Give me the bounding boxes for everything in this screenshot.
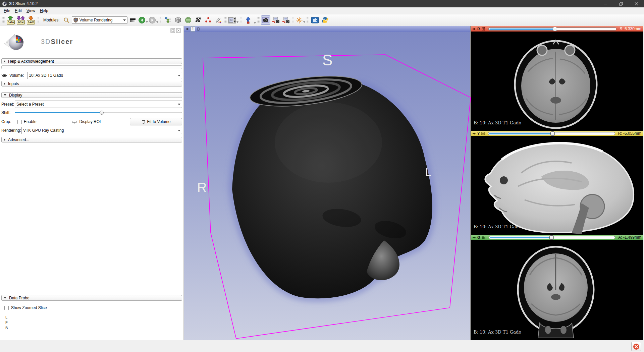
toolbar-drag-handle[interactable]: [240, 16, 242, 24]
extensions-icon: [311, 16, 319, 24]
yellow-slice-viewport[interactable]: B: 10: Ax 3D T1 Gado: [471, 136, 643, 235]
minimize-button[interactable]: [598, 0, 613, 7]
modules-label: Modules:: [43, 18, 60, 22]
shift-slider[interactable]: [15, 110, 182, 115]
display-roi-eye-icon[interactable]: [72, 120, 77, 124]
view-3d-number: 1: [191, 26, 195, 32]
python-console-button[interactable]: [320, 15, 330, 25]
shift-slider-handle[interactable]: [100, 111, 104, 115]
pin-icon[interactable]: [472, 132, 476, 135]
annotations-pen-icon: [215, 17, 222, 23]
fit-to-volume-icon: [141, 120, 146, 124]
preset-label: Preset:: [1, 102, 15, 107]
extensions-manager-button[interactable]: [310, 15, 320, 25]
help-acknowledgement-section[interactable]: Help & Acknowledgement: [1, 58, 182, 64]
load-dicom-icon: DCM: [16, 16, 25, 25]
red-slice-viewport[interactable]: B: 10: Ax 3D T1 Gado: [471, 32, 643, 131]
slicer-wordmark: 3DSlicer: [41, 38, 73, 46]
display-section[interactable]: Display: [1, 92, 182, 98]
menu-help[interactable]: Help: [38, 8, 51, 14]
scene-view-icon: [272, 17, 280, 23]
slice-link-icon[interactable]: [482, 235, 486, 239]
preset-selector[interactable]: Select a Preset: [15, 101, 182, 108]
green-slice-slider[interactable]: [489, 235, 615, 240]
redo-icon: [149, 16, 156, 24]
green-slice-viewport[interactable]: B: 10: Ax 3D T1 Gado: [471, 240, 643, 340]
mouse-interaction-button[interactable]: [244, 15, 253, 25]
transforms-module-button[interactable]: [194, 15, 203, 25]
undo-button[interactable]: [138, 15, 148, 25]
error-log-button[interactable]: [631, 342, 641, 351]
pin-icon[interactable]: [472, 27, 476, 31]
menu-file[interactable]: File: [1, 8, 12, 14]
module-selector[interactable]: Volume Rendering: [72, 16, 127, 24]
fit-to-volume-button[interactable]: Fit to Volume: [130, 118, 182, 125]
toolbar-drag-handle[interactable]: [307, 16, 309, 24]
yellow-slice-slider[interactable]: [488, 131, 615, 136]
slice-link-icon[interactable]: [481, 27, 485, 31]
pin-icon[interactable]: [185, 27, 189, 31]
advanced-section[interactable]: Advanced...: [1, 137, 182, 142]
chevron-down-icon: [178, 75, 180, 76]
module-search-button[interactable]: [62, 15, 71, 25]
toolbar-drag-handle[interactable]: [292, 16, 294, 24]
rendering-selector[interactable]: VTK GPU Ray Casting: [21, 127, 182, 134]
axial-mri-image: [471, 32, 643, 131]
subject-hierarchy-button[interactable]: [163, 15, 173, 25]
view-3d[interactable]: 1: [184, 26, 471, 340]
green-slice-slider-handle[interactable]: [549, 235, 554, 240]
close-button[interactable]: [629, 0, 644, 7]
window-level-button[interactable]: [128, 15, 138, 25]
scene-view-button[interactable]: [271, 15, 280, 25]
slice-link-icon[interactable]: [481, 131, 485, 135]
toolbar-drag-handle[interactable]: [160, 16, 162, 24]
redo-button[interactable]: [149, 15, 158, 25]
sagittal-mri-image: [471, 136, 643, 235]
chevron-down-icon: [178, 130, 180, 131]
save-icon: SAVE: [26, 16, 35, 25]
collapsed-arrow-icon: [4, 82, 5, 85]
models-sphere-icon: [185, 17, 192, 23]
yellow-slice-slider-handle[interactable]: [550, 131, 555, 136]
spin-view-icon[interactable]: [197, 27, 201, 31]
menu-edit[interactable]: Edit: [12, 8, 24, 14]
python-icon: [321, 16, 329, 24]
red-slice-slider-handle[interactable]: [553, 27, 557, 31]
show-zoomed-slice-label: Show Zoomed Slice: [11, 305, 47, 310]
module-selected-label: Volume Rendering: [79, 18, 113, 22]
save-button[interactable]: SAVE: [26, 15, 36, 25]
data-probe-section[interactable]: Data Probe: [1, 295, 182, 301]
markups-module-button[interactable]: [204, 15, 213, 25]
load-dicom-button[interactable]: DCM: [16, 15, 25, 25]
preset-selected-value: Select a Preset: [16, 102, 44, 107]
volume-visibility-eye-icon[interactable]: [1, 73, 7, 78]
screenshot-icon: [262, 17, 269, 23]
load-data-button[interactable]: DATA: [6, 15, 15, 25]
show-zoomed-slice-checkbox[interactable]: [4, 306, 9, 310]
volumes-module-button[interactable]: [173, 15, 183, 25]
green-slice-header: G A: -1.499mm: [471, 235, 643, 240]
restore-scene-view-button[interactable]: [281, 15, 290, 25]
crop-enable-label: Enable: [24, 119, 36, 124]
annotations-module-button[interactable]: [214, 15, 223, 25]
toolbar-drag-handle[interactable]: [224, 16, 227, 24]
chevron-down-icon[interactable]: [254, 22, 256, 24]
inputs-section[interactable]: Inputs: [1, 81, 182, 86]
maximize-button[interactable]: [613, 0, 629, 7]
crosshair-button[interactable]: [296, 15, 305, 25]
toolbar-drag-handle[interactable]: [37, 16, 39, 24]
layout-selector-button[interactable]: [228, 15, 238, 25]
crop-enable-checkbox[interactable]: [17, 120, 22, 124]
menu-view[interactable]: View: [24, 8, 38, 14]
menu-bar: File Edit View Help: [0, 7, 644, 14]
red-slice-slider[interactable]: [488, 27, 616, 31]
green-slice-offset: A: -1.499mm: [618, 235, 642, 240]
pin-icon[interactable]: [472, 236, 476, 239]
screenshot-button[interactable]: [261, 15, 270, 25]
volume-selector[interactable]: 10: Ax 3D T1 Gado: [27, 72, 182, 79]
toolbar-drag-handle[interactable]: [257, 16, 260, 24]
green-slice-volume-label: B: 10: Ax 3D T1 Gado: [474, 330, 521, 335]
toolbar-drag-handle[interactable]: [2, 16, 5, 24]
models-module-button[interactable]: [183, 15, 193, 25]
expanded-arrow-icon: [4, 297, 6, 299]
